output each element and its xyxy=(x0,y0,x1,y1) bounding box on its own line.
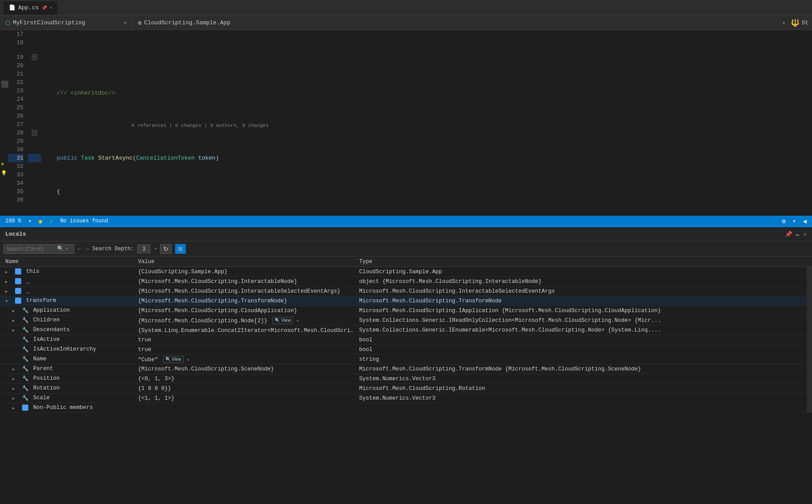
cell-type-application: Microsoft.Mesh.CloudScripting.IApplicati… xyxy=(357,308,808,314)
line-numbers: 17 18 19 20 21 22 23 24 25 26 27 28 29 3… xyxy=(8,30,28,216)
expand-this[interactable] xyxy=(5,269,11,275)
row-this[interactable]: this {CloudScripting.Sample.App} CloudSc… xyxy=(0,267,812,277)
left-dropdown-arrow[interactable]: ▾ xyxy=(123,19,127,27)
minimize-button[interactable]: 🗕 xyxy=(795,231,801,238)
row-underscore-2[interactable]: _ {Microsoft.Mesh.CloudScripting.Interac… xyxy=(0,286,812,296)
code-line-20: { xyxy=(43,187,812,196)
expand-descendants[interactable] xyxy=(12,327,19,333)
row-children[interactable]: 🔧 Children {Microsoft.Mesh.CloudScriptin… xyxy=(0,316,812,325)
cell-value-isactive: true xyxy=(136,337,357,343)
close-panel-button[interactable]: ✕ xyxy=(803,231,807,238)
cell-value-isactiveinhierarchy: true xyxy=(136,347,357,353)
obj-icon-scale: 🔧 xyxy=(22,395,28,401)
cell-type-scale: System.Numerics.Vector3 xyxy=(357,395,808,401)
code-content[interactable]: /// <inheritdoc/> 0 references | 0 chang… xyxy=(41,30,812,216)
nav-left-arrow[interactable]: ◀ xyxy=(803,218,807,225)
forward-arrow[interactable]: → xyxy=(85,245,88,252)
cell-type-isactive: bool xyxy=(357,337,808,343)
nav-icon[interactable]: ⚙ xyxy=(782,218,785,225)
panel-header: Locals 📌 🗕 ✕ xyxy=(0,227,812,241)
row-parent[interactable]: 🔧 Parent {Microsoft.Mesh.CloudScripting.… xyxy=(0,364,812,374)
pin-button[interactable]: 📌 xyxy=(785,231,792,238)
search-dropdown[interactable]: ▾ xyxy=(65,246,68,252)
code-line-19: public Task StartAsync(CancellationToken… xyxy=(43,154,812,162)
code-line-17 xyxy=(43,55,812,64)
code-editor: ⬛ ➤ 💡 17 18 19 20 21 22 23 24 25 26 27 2… xyxy=(0,30,812,216)
tab-close-button[interactable]: × xyxy=(50,5,53,11)
side-indicators: ⬛ ➤ 💡 xyxy=(0,30,8,216)
expand-application[interactable] xyxy=(12,308,19,314)
file-left-selector[interactable]: ⬡ MyFirstCloudScripting ▾ xyxy=(0,16,133,30)
row-application[interactable]: 🔧 Application {Microsoft.Mesh.CloudScrip… xyxy=(0,306,812,316)
cell-type-isactiveinhierarchy: bool xyxy=(357,347,808,353)
tab-appcs[interactable]: 📄 App.cs 📌 × xyxy=(4,1,57,15)
cell-name-scale: 🔧 Scale xyxy=(4,395,136,401)
view-children-button[interactable]: 🔍 View xyxy=(272,317,293,324)
right-selector-text: CloudScripting.Sample.App xyxy=(144,19,230,26)
expand-underscore2[interactable] xyxy=(5,288,11,294)
locals-panel: Locals 📌 🗕 ✕ 🔍 ▾ ← → Search Depth: ▾ ↻ ⊞… xyxy=(0,226,812,413)
view-children-dropdown[interactable]: ▾ xyxy=(296,318,299,323)
cell-type-descendants: System.Collections.Generic.IEnumerable<M… xyxy=(357,327,808,333)
refresh-button[interactable]: ↻ xyxy=(160,244,172,254)
file-right-selector[interactable]: ⚙ CloudScripting.Sample.App ▾ xyxy=(133,19,791,27)
search-input[interactable] xyxy=(7,246,55,252)
indicator-icon: ◉ xyxy=(38,218,42,225)
gutter: − − xyxy=(28,30,41,216)
locals-toolbar: 🔍 ▾ ← → Search Depth: ▾ ↻ ⊞ xyxy=(0,241,812,256)
row-name[interactable]: 🔧 Name "Cube" 🔍 View ▾ string xyxy=(0,355,812,364)
row-nonpublic[interactable]: Non-Public members xyxy=(0,403,812,413)
expand-position[interactable] xyxy=(12,376,19,382)
dropdown-nav[interactable]: ▾ xyxy=(793,218,796,225)
cell-name-name: 🔧 Name xyxy=(4,356,136,362)
expand-transform[interactable] xyxy=(5,298,11,304)
row-scale[interactable]: 🔧 Scale {<1, 1, 1>} System.Numerics.Vect… xyxy=(0,393,812,403)
depth-label: Search Depth: xyxy=(92,246,134,252)
cell-value-parent: {Microsoft.Mesh.CloudScripting.SceneNode… xyxy=(136,366,357,372)
collapse-button-19[interactable]: − xyxy=(32,54,37,60)
expand-parent[interactable] xyxy=(12,366,19,372)
cell-type-transform: Microsoft.Mesh.CloudScripting.TransformN… xyxy=(357,298,808,304)
zoom-dropdown[interactable]: ▾ xyxy=(28,218,31,225)
view-name-dropdown[interactable]: ▾ xyxy=(187,357,189,362)
ref-count-row: 0 references | 0 changes | 0 authors, 0 … xyxy=(43,122,812,129)
row-rotation[interactable]: 🔧 Rotation {1 0 0 0}} Microsoft.Mesh.Clo… xyxy=(0,384,812,393)
expand-button[interactable]: ⊞ xyxy=(175,244,186,254)
cell-value-transform: {Microsoft.Mesh.CloudScripting.Transform… xyxy=(136,298,357,304)
expand-underscore1[interactable] xyxy=(5,279,11,285)
obj-icon-children: 🔧 xyxy=(22,317,28,323)
right-dropdown-arrow[interactable]: ▾ xyxy=(782,19,786,27)
locals-table: Name Value Type this {CloudScripting.Sam… xyxy=(0,256,812,413)
view-name-button[interactable]: 🔍 View xyxy=(163,356,184,363)
depth-dropdown[interactable]: ▾ xyxy=(154,246,157,252)
collapse-button-28[interactable]: − xyxy=(32,130,37,136)
debug-marker: ➤ xyxy=(1,160,4,168)
row-transform[interactable]: transform {Microsoft.Mesh.CloudScripting… xyxy=(0,296,812,306)
cell-name-underscore2: _ xyxy=(4,288,136,294)
row-position[interactable]: 🔧 Position {<0, 1, 3>} System.Numerics.V… xyxy=(0,374,812,384)
expand-scale[interactable] xyxy=(12,395,19,401)
expand-nonpublic[interactable] xyxy=(12,405,19,411)
search-box[interactable]: 🔍 ▾ xyxy=(4,244,74,254)
back-arrow[interactable]: ← xyxy=(78,245,81,252)
cell-name-children: 🔧 Children xyxy=(4,317,136,323)
row-isactiveinhierarchy[interactable]: 🔧 IsActiveInHierarchy true bool xyxy=(0,345,812,355)
expand-rotation[interactable] xyxy=(12,386,19,392)
row-underscore-1[interactable]: _ {Microsoft.Mesh.CloudScripting.Interac… xyxy=(0,277,812,286)
cell-type-this: CloudScripting.Sample.App xyxy=(357,269,808,275)
issues-text: No issues found xyxy=(60,218,108,224)
scrollbar[interactable] xyxy=(807,256,812,413)
cell-name-isactive: 🔧 IsActive xyxy=(4,336,136,343)
cell-type-u2: Microsoft.Mesh.CloudScripting.Interactab… xyxy=(357,288,808,294)
expand-children[interactable] xyxy=(12,317,19,324)
col-type: Type xyxy=(357,259,808,265)
cell-name-transform: transform xyxy=(4,298,136,304)
row-descendants[interactable]: 🔧 Descendants {System.Linq.Enumerable.Co… xyxy=(0,325,812,335)
obj-icon-u2 xyxy=(15,288,21,294)
row-isactive[interactable]: 🔧 IsActive true bool xyxy=(0,335,812,345)
obj-icon-isactive: 🔧 xyxy=(22,336,28,343)
cell-type-name: string xyxy=(357,356,808,363)
stage-label: St xyxy=(801,19,808,26)
cell-value-name: "Cube" 🔍 View ▾ xyxy=(136,356,357,363)
depth-input[interactable] xyxy=(137,244,150,253)
